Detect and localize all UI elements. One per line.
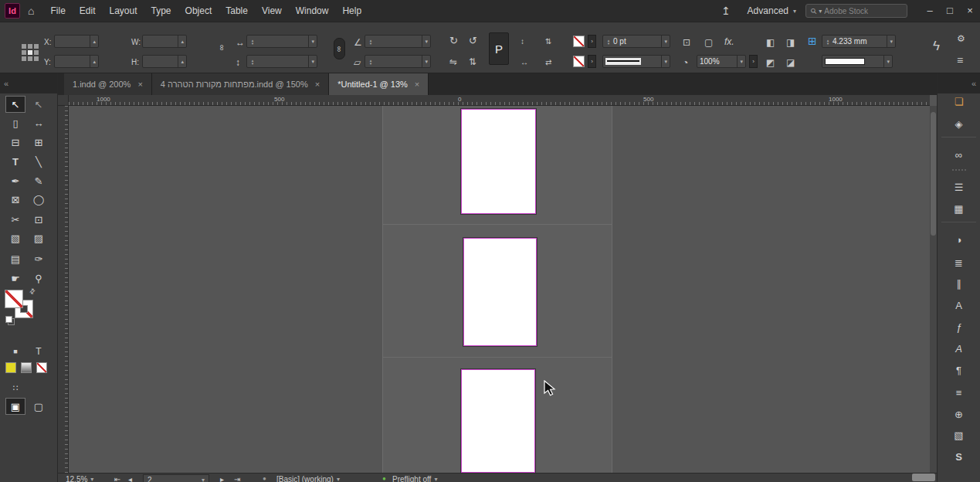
menu-layout[interactable]: Layout [103, 0, 144, 22]
y-input[interactable]: ▴ [54, 55, 99, 68]
swatch-preview-select[interactable]: ▾ [822, 55, 893, 68]
content-collector-tool[interactable]: ⊟ [5, 134, 25, 151]
document-page-2[interactable] [463, 238, 537, 346]
apply-gradient-button[interactable] [21, 362, 32, 373]
rectangle-frame-tool[interactable]: ⊠ [5, 191, 25, 208]
free-transform-tool[interactable]: ⊡ [29, 211, 49, 228]
flip-vertical-button[interactable]: ⇅ [469, 56, 476, 67]
menu-file[interactable]: File [43, 0, 72, 22]
space-horizontal-alt-icon[interactable]: ⇄ [545, 57, 551, 68]
stepper-icon[interactable]: ▴ [90, 56, 96, 67]
drop-shadow-icon[interactable]: ▢ [704, 37, 713, 48]
stepper-icon[interactable]: ▴▾ [368, 59, 374, 65]
search-input[interactable] [824, 7, 902, 15]
apply-none-button[interactable] [36, 362, 47, 373]
preflight-toggle[interactable]: Preflight off ▾ [392, 475, 437, 482]
align-panel-icon[interactable]: ∥ [949, 275, 969, 292]
rotate-cw-button[interactable]: ↻ [449, 36, 458, 46]
selection-tool[interactable]: ↖ [5, 96, 25, 113]
opacity-expander-button[interactable]: › [749, 55, 758, 68]
grid-icon[interactable]: ⊞ [808, 36, 817, 46]
formatting-affects-container-button[interactable]: ■ [5, 343, 25, 360]
stroke-expander-button[interactable]: › [588, 35, 596, 48]
paragraph-panel-icon[interactable]: ¶ [949, 362, 969, 378]
menu-view[interactable]: View [255, 0, 289, 22]
rotate-ccw-button[interactable]: ↺ [469, 36, 477, 46]
stepper-icon[interactable]: ▴▾ [249, 59, 256, 65]
space-vertical-alt-icon[interactable]: ⇅ [545, 36, 551, 47]
align-center-horizontal-icon[interactable]: ◩ [766, 57, 775, 68]
stepper-icon[interactable]: ▴▾ [249, 39, 256, 45]
dropdown-arrow-icon[interactable]: ▾ [308, 56, 314, 67]
preflight-profile-select[interactable]: [Basic] (working) ▾ [276, 475, 340, 482]
reference-point-proxy[interactable] [22, 44, 39, 61]
menu-object[interactable]: Object [178, 0, 219, 22]
horizontal-scrollbar-thumb[interactable] [912, 474, 935, 481]
type-tool[interactable]: T [5, 153, 25, 170]
gradient-panel-icon[interactable]: ▧ [949, 426, 969, 443]
quick-apply-lightning-icon[interactable]: ϟ [933, 41, 940, 52]
previous-page-button[interactable]: ◂ [128, 475, 132, 482]
formatting-affects-text-button[interactable]: T [29, 343, 49, 360]
color-themes-panel-icon[interactable]: ⊕ [949, 406, 969, 423]
gradient-swatch-tool[interactable]: ▧ [5, 229, 25, 246]
gap-tool[interactable]: ↔ [29, 114, 49, 131]
fit-frame-icon[interactable]: ◨ [786, 37, 795, 48]
line-tool[interactable]: ╲ [29, 153, 49, 170]
zoom-level-select[interactable]: 12.5% ▾ [66, 475, 93, 482]
layers-panel-icon[interactable]: ◈ [949, 115, 969, 132]
close-icon[interactable]: × [137, 80, 142, 89]
document-tab-1[interactable]: 1.indd @ 200% × [64, 73, 152, 95]
stroke-weight-select[interactable]: ▴▾ 0 pt ▾ [602, 35, 670, 48]
align-center-vertical-icon[interactable]: ◪ [786, 57, 795, 68]
normal-screen-mode-button[interactable]: ▣ [5, 398, 25, 415]
close-icon[interactable]: × [415, 80, 419, 89]
apply-color-button[interactable] [5, 362, 16, 373]
indesign-app-icon[interactable]: Id [5, 3, 20, 19]
dropdown-arrow-icon[interactable]: ▾ [737, 56, 743, 67]
page-tool[interactable]: ▯ [5, 114, 25, 131]
character-styles-panel-icon[interactable]: A [949, 340, 969, 357]
content-placer-tool[interactable]: ⊞ [29, 134, 49, 151]
space-vertical-icon[interactable]: ↕ [521, 36, 524, 47]
space-horizontal-icon[interactable]: ↔ [521, 57, 528, 68]
dropdown-arrow-icon[interactable]: ▾ [308, 36, 314, 47]
stepper-icon[interactable]: ▴ [178, 36, 184, 47]
gear-icon[interactable]: ⚙ [957, 33, 965, 44]
stepper-icon[interactable]: ▴▾ [368, 39, 374, 45]
fill-color-swatch[interactable] [573, 56, 585, 67]
document-page-1[interactable] [461, 109, 536, 214]
constrain-scale-button[interactable]: ∞ [334, 38, 345, 59]
document-tab-3-active[interactable]: *Untitled-1 @ 13% × [329, 73, 429, 95]
next-page-button[interactable]: ▸ [220, 475, 224, 482]
zoom-tool[interactable]: ⚲ [29, 270, 49, 287]
effects-fx-button[interactable]: fx. [724, 36, 734, 47]
home-icon[interactable]: ⌂ [20, 0, 42, 22]
pencil-tool[interactable]: ✎ [29, 172, 49, 189]
collapse-panel-icon[interactable]: « [4, 79, 8, 88]
pen-tool[interactable]: ✒ [5, 172, 25, 189]
fit-content-icon[interactable]: ◧ [766, 37, 775, 48]
share-icon[interactable]: ↥ [714, 0, 738, 22]
fill-swatch[interactable] [5, 290, 23, 308]
horizontal-ruler[interactable]: 1000 500 0 500 1000 [69, 95, 930, 106]
dropdown-arrow-icon[interactable]: ▾ [661, 56, 667, 67]
stepper-icon[interactable]: ▴ [90, 36, 96, 47]
direct-selection-tool[interactable]: ↖ [29, 96, 49, 113]
character-panel-icon[interactable]: A [949, 297, 969, 314]
document-page-3[interactable] [461, 369, 535, 473]
ruler-corner[interactable] [58, 95, 69, 106]
document-canvas[interactable] [69, 106, 930, 473]
eyedropper-tool[interactable]: ✑ [29, 250, 49, 267]
constrain-wh-link-icon[interactable]: ∞ [219, 42, 226, 53]
opacity-select[interactable]: 100% ▾ [697, 55, 746, 68]
pages-panel-icon[interactable]: ❏ [949, 93, 969, 110]
stroke-style-select[interactable]: ▾ [602, 55, 670, 68]
select-container-button[interactable]: P [489, 32, 509, 65]
vertical-ruler[interactable] [58, 106, 69, 473]
object-styles-panel-icon[interactable]: S [949, 448, 969, 465]
menu-help[interactable]: Help [335, 0, 368, 22]
view-options-icon[interactable]: ∷ [5, 379, 25, 396]
last-page-button[interactable]: ⇥ [234, 475, 240, 482]
dropdown-arrow-icon[interactable]: ▾ [883, 56, 890, 67]
